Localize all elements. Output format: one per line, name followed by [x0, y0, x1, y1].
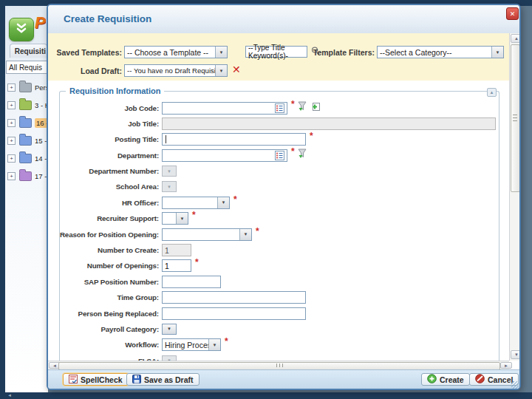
save-as-draft-button[interactable]: Save as Draft: [126, 373, 200, 386]
expand-icon[interactable]: +: [7, 83, 16, 92]
load-draft-label: Load Draft:: [48, 66, 122, 75]
form-row: Posting Title: *: [48, 134, 509, 146]
field-label: Department:: [48, 151, 162, 160]
required-marker: *: [291, 149, 295, 154]
tree-item-14[interactable]: + 14 -: [6, 149, 47, 167]
scroll-down-icon[interactable]: ▼: [511, 350, 521, 359]
template-filters-select[interactable]: --Select a Category-- ▼: [377, 46, 504, 58]
form-row: Number to Create: 1: [48, 245, 509, 256]
requisition-view-select[interactable]: All Requis: [6, 61, 47, 74]
hr-officer-select[interactable]: ▼: [162, 197, 230, 209]
required-marker: *: [291, 101, 295, 107]
folder-icon: [19, 100, 32, 110]
saved-templates-select[interactable]: -- Choose a Template -- ▼: [124, 46, 228, 58]
field-label: Number to Create:: [48, 246, 162, 254]
close-icon[interactable]: ✕: [506, 7, 519, 20]
recruiter-support-select[interactable]: ▼: [162, 212, 188, 225]
chevron-down-icon[interactable]: ▼: [215, 47, 227, 58]
thumb-grip: [513, 115, 517, 121]
number-of-openings-input[interactable]: 1: [162, 259, 191, 272]
filter-funnel-icon[interactable]: [297, 101, 307, 115]
expand-icon[interactable]: +: [7, 137, 16, 145]
thumb-grip: [276, 364, 283, 367]
school-area-select: ▼: [162, 181, 177, 192]
sidebar-collapse-button[interactable]: [9, 18, 34, 41]
person-being-replaced-input[interactable]: [162, 307, 306, 320]
dialog-resize-handle[interactable]: [511, 381, 519, 389]
posting-title-input[interactable]: [162, 133, 306, 146]
field-label: HR Officer:: [48, 199, 162, 207]
form-row: Workflow: Hiring Process▼ *: [48, 339, 509, 351]
form-row: Time Group:: [48, 292, 509, 304]
form-row: Department: *: [48, 149, 509, 161]
logo-partial: P: [35, 16, 46, 41]
dialog-title: Create Requisition: [64, 13, 151, 24]
page-scroll-left-arrow[interactable]: ◄: [7, 393, 12, 398]
requisition-form: Job Code: *: [48, 102, 509, 361]
scroll-right-icon[interactable]: ►: [500, 362, 512, 369]
department-input[interactable]: [162, 149, 287, 162]
required-marker: *: [256, 228, 259, 234]
chevron-down-icon[interactable]: ▼: [491, 47, 503, 58]
tree-item-3[interactable]: + 3 - H: [6, 96, 47, 114]
required-marker: *: [225, 338, 228, 344]
plus-circle-icon: [427, 374, 437, 385]
field-label: Recruiter Support:: [48, 214, 162, 222]
field-label: Reason for Position Opening:: [48, 231, 162, 239]
floppy-disk-icon: [132, 375, 141, 385]
job-code-input[interactable]: [162, 102, 287, 115]
form-row: Reason for Position Opening: ▼ *: [48, 228, 509, 240]
collapse-section-icon[interactable]: ▲: [487, 88, 497, 97]
form-row: Number of Openings: 1 *: [48, 260, 509, 272]
lookup-list-icon[interactable]: [275, 151, 284, 160]
filter-funnel-icon[interactable]: [297, 149, 307, 162]
form-row: School Area: ▼: [48, 181, 509, 193]
title-keyword-input[interactable]: --Type Title Keyword(s)-: [245, 46, 307, 58]
expand-icon[interactable]: +: [7, 101, 16, 109]
reason-for-position-opening-select[interactable]: ▼: [162, 228, 252, 241]
vertical-scroll-thumb[interactable]: [511, 44, 520, 192]
form-row: Person Being Replaced:: [48, 307, 509, 319]
workflow-select[interactable]: Hiring Process▼: [162, 338, 221, 351]
form-row: Job Title:: [48, 117, 509, 129]
chevron-down-icon[interactable]: ▼: [239, 229, 251, 240]
chevron-down-icon[interactable]: ▼: [215, 65, 227, 76]
chevron-down-icon[interactable]: ▼: [176, 213, 188, 224]
payroll-category-select[interactable]: ▼: [162, 324, 177, 335]
field-label: Job Code:: [48, 104, 162, 112]
spellcheck-button[interactable]: SpellCheck: [63, 373, 129, 386]
lookup-list-icon[interactable]: [275, 103, 284, 113]
required-marker: *: [192, 212, 196, 218]
field-label: Person Being Replaced:: [48, 310, 162, 318]
chevron-down-icon[interactable]: ▼: [163, 324, 176, 334]
expand-icon[interactable]: +: [7, 119, 16, 127]
tree-item-17[interactable]: + 17 -: [6, 167, 47, 185]
time-group-input[interactable]: [162, 291, 306, 304]
dialog-vertical-scrollbar[interactable]: ▲ ▼: [509, 33, 519, 361]
dialog-header: Create Requisition: [48, 5, 519, 34]
field-label: Number of Openings:: [48, 262, 162, 270]
expand-icon[interactable]: +: [7, 154, 16, 163]
scroll-up-icon[interactable]: ▲: [511, 34, 521, 43]
saved-templates-label: Saved Templates:: [48, 48, 122, 57]
chevron-down-icon: ▼: [163, 166, 176, 176]
spellcheck-icon: [69, 375, 78, 385]
dialog-footer: SpellCheck Save as Draft Create Cancel: [48, 369, 519, 389]
clear-draft-icon[interactable]: ✕: [232, 64, 241, 75]
field-label: Payroll Category:: [48, 325, 162, 333]
chevron-down-icon[interactable]: ▼: [208, 339, 220, 350]
tree-item-15[interactable]: + 15 -: [6, 132, 47, 149]
folder-icon: [19, 136, 32, 146]
create-button[interactable]: Create: [421, 373, 470, 386]
tree-item-16-selected[interactable]: + 16 -: [6, 114, 47, 132]
tree-item-personal[interactable]: + Perso: [6, 78, 47, 96]
field-label: Time Group:: [48, 293, 162, 301]
load-draft-select[interactable]: -- You have no Draft Requisitions ▼: [124, 64, 228, 77]
sap-position-number-input[interactable]: [162, 276, 221, 288]
window-left-edge: [0, 0, 5, 399]
expand-icon[interactable]: +: [7, 172, 16, 180]
apply-template-icon[interactable]: [310, 101, 321, 115]
tab-requisitions[interactable]: Requisiti: [10, 44, 47, 58]
chevron-down-icon[interactable]: ▼: [217, 197, 229, 208]
dialog-horizontal-scrollbar[interactable]: ◄ ►: [48, 361, 509, 369]
